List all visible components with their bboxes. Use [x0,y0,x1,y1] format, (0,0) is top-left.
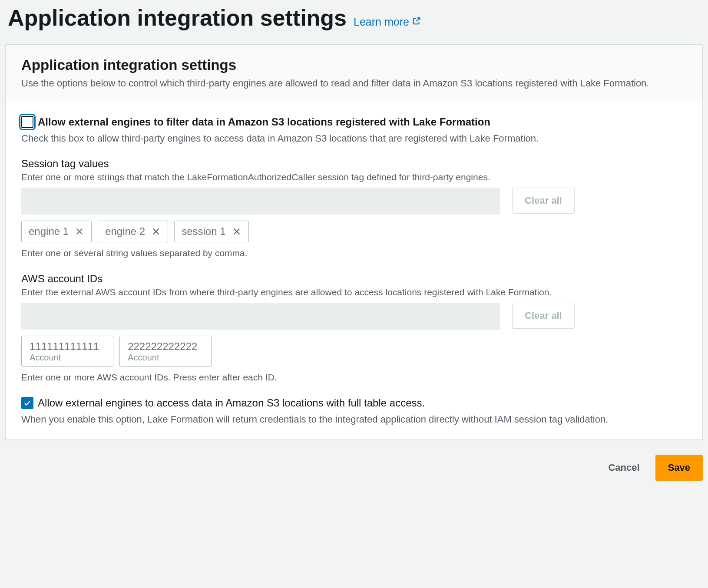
allow-filter-checkbox[interactable] [21,116,33,128]
remove-token-button[interactable] [232,227,242,236]
account-id-token: 111111111111 Account [21,336,113,367]
session-tags-clear-all-button[interactable]: Clear all [512,188,575,214]
account-id-token-sub: Account [30,353,105,363]
account-ids-label: AWS account IDs [21,273,687,285]
session-tags-token-row: engine 1 engine 2 session 1 [21,221,687,242]
allow-filter-helper: Check this box to allow third-party engi… [21,132,687,145]
account-ids-section: AWS account IDs Enter the external AWS a… [21,273,687,384]
account-ids-hint: Enter one or more AWS account IDs. Press… [21,371,687,384]
session-tag-token: engine 2 [98,221,168,242]
session-tags-description: Enter one or more strings that match the… [21,171,687,184]
session-tags-hint: Enter one or several string values separ… [21,247,687,260]
allow-filter-label: Allow external engines to filter data in… [38,116,490,128]
session-tag-token-label: engine 1 [29,225,69,238]
session-tags-input[interactable] [21,188,500,215]
session-tags-section: Session tag values Enter one or more str… [21,158,687,260]
account-ids-clear-all-button[interactable]: Clear all [512,303,575,329]
page-title: Application integration settings [8,4,347,31]
account-id-token: 222222222222 Account [119,336,212,367]
allow-full-access-checkbox-row: Allow external engines to access data in… [21,397,687,409]
account-ids-input-row: Clear all [21,303,687,330]
allow-full-access-checkbox[interactable] [21,397,33,409]
learn-more-link[interactable]: Learn more [354,16,421,28]
account-ids-description: Enter the external AWS account IDs from … [21,286,687,299]
account-ids-input[interactable] [21,303,500,330]
panel-title: Application integration settings [21,57,687,73]
panel-header: Application integration settings Use the… [6,45,702,101]
session-tags-label: Session tag values [21,158,687,170]
settings-panel: Application integration settings Use the… [5,44,703,440]
cancel-button[interactable]: Cancel [600,455,647,481]
footer-actions: Cancel Save [5,440,703,481]
page-title-row: Application integration settings Learn m… [8,4,703,31]
remove-token-button[interactable] [151,227,161,236]
account-id-token-value: 222222222222 [128,340,197,353]
session-tag-token: engine 1 [21,221,92,242]
session-tags-input-row: Clear all [21,188,687,215]
allow-full-access-helper: When you enable this option, Lake Format… [21,413,687,426]
account-ids-token-row: 111111111111 Account 222222222222 A [21,336,687,367]
panel-body: Allow external engines to filter data in… [6,101,702,439]
allow-full-access-label: Allow external engines to access data in… [38,397,425,409]
allow-filter-checkbox-row: Allow external engines to filter data in… [21,116,687,128]
panel-description: Use the options below to control which t… [21,76,687,90]
session-tag-token-label: session 1 [182,225,225,238]
session-tag-token-label: engine 2 [105,225,145,238]
remove-token-button[interactable] [75,227,84,236]
learn-more-label: Learn more [354,16,409,28]
account-id-token-sub: Account [128,353,203,363]
account-id-token-value: 111111111111 [30,340,99,353]
session-tag-token: session 1 [174,221,248,242]
save-button[interactable]: Save [655,455,703,481]
external-link-icon [412,16,421,28]
